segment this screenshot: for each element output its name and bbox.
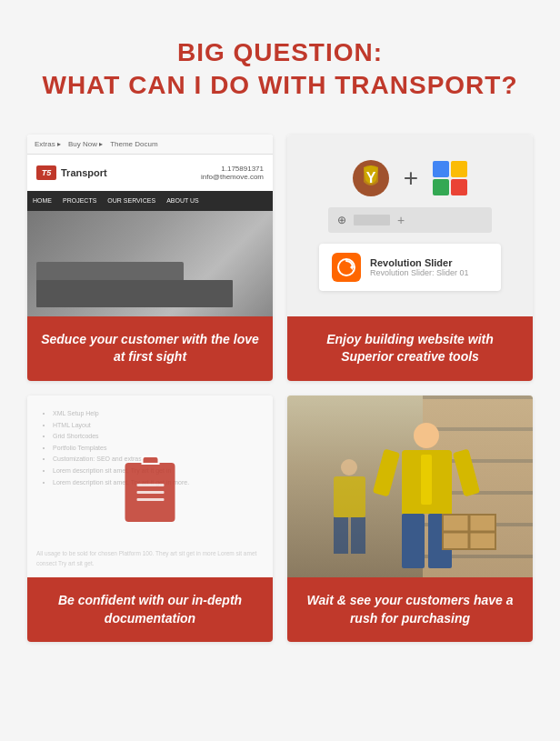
docs-mockup: XML Setup Help HTML Layout Grid Shortcod… [27, 396, 273, 577]
plus-icon: + [404, 164, 418, 193]
nav-services: OUR SERVICES [107, 197, 155, 204]
clipboard-body [125, 463, 175, 522]
revolution-sub: Revolution Slider: Slider 01 [370, 268, 469, 277]
docs-clipboard-icon [125, 463, 175, 522]
mock-topbar: Extras ▸ Buy Now ▸ Theme Docum [27, 135, 273, 155]
tools-move-row: ⊕ + [328, 207, 492, 233]
bg-leg-r [351, 517, 365, 554]
card-transport: Extras ▸ Buy Now ▸ Theme Docum T5 Transp… [27, 135, 273, 381]
svg-marker-3 [350, 265, 353, 270]
tools-icons-row: Y + [353, 160, 467, 196]
box [442, 514, 496, 550]
move-cross-icon: ⊕ [337, 214, 346, 226]
caption-text: Seduce your customer with the love at fi… [40, 331, 260, 366]
docs-list-item: Portfolio Templates [53, 443, 260, 455]
clipboard-line-3 [136, 498, 164, 501]
vest-stripe [421, 455, 432, 505]
caption-text: Be confident with our in-depth documenta… [40, 592, 260, 627]
card-docs-image: XML Setup Help HTML Layout Grid Shortcod… [27, 396, 273, 577]
caption-text: Enjoy building website with Superior cre… [300, 331, 520, 366]
yoast-icon: Y [353, 160, 389, 196]
mock-email: info@themove.com [201, 173, 264, 181]
leg-left [402, 514, 425, 568]
mock-logo: T5 Transport [36, 165, 107, 180]
topbar-buy: Buy Now ▸ [68, 140, 103, 148]
revolution-icon [332, 253, 361, 282]
svg-text:Y: Y [365, 170, 375, 185]
grid-cell-green [433, 179, 449, 195]
card-docs: XML Setup Help HTML Layout Grid Shortcod… [27, 396, 273, 642]
mock-logo-text: Transport [61, 167, 107, 178]
docs-text-bottom: All usage to be sold for chosen Platform… [36, 549, 264, 568]
revolution-card: Revolution Slider Revolution Slider: Sli… [319, 244, 501, 291]
card-warehouse-caption: Wait & see your customers have a rush fo… [287, 577, 533, 642]
card-docs-caption: Be confident with our in-depth documenta… [27, 577, 273, 642]
docs-list-item: HTML Layout [53, 420, 260, 432]
nav-about: ABOUT US [166, 197, 199, 204]
bg-body [334, 476, 365, 517]
mock-truck [27, 211, 273, 316]
mock-hero [27, 211, 273, 316]
card-transport-image: Extras ▸ Buy Now ▸ Theme Docum T5 Transp… [27, 135, 273, 316]
clipboard-top [141, 456, 159, 465]
mock-phone: 1.175891371 [201, 165, 264, 173]
small-plus-icon: + [397, 213, 405, 227]
clipboard-line-2 [136, 491, 164, 494]
logo-letter: T5 [42, 168, 52, 177]
card-warehouse-image [287, 396, 533, 577]
topbar-theme: Theme Docum [110, 140, 157, 148]
card-warehouse: Wait & see your customers have a rush fo… [287, 396, 533, 642]
title-line2: What Can I Do With Transport? [42, 71, 517, 99]
feature-grid: Extras ▸ Buy Now ▸ Theme Docum T5 Transp… [27, 135, 533, 642]
mock-nav: HOME PROJECTS OUR SERVICES ABOUT US [27, 191, 273, 211]
revolution-title: Revolution Slider [370, 257, 469, 268]
bg-legs [334, 517, 365, 554]
worker-body [402, 450, 452, 514]
transport-logo-icon: T5 [36, 165, 56, 180]
nav-projects: PROJECTS [63, 197, 96, 204]
nav-home: HOME [33, 197, 52, 204]
title-line1: Big Question: [177, 38, 383, 66]
box-stripe-v [467, 516, 470, 548]
card-tools-caption: Enjoy building website with Superior cre… [287, 316, 533, 381]
mock-contact: 1.175891371 info@themove.com [201, 165, 264, 181]
warehouse-scene [287, 396, 533, 577]
topbar-extras: Extras ▸ [35, 140, 61, 148]
text-line-icon [354, 215, 390, 225]
clipboard-line-1 [136, 484, 164, 486]
card-transport-caption: Seduce your customer with the love at fi… [27, 316, 273, 381]
grid-cell-red [451, 179, 467, 195]
revolution-svg [337, 258, 355, 276]
caption-text: Wait & see your customers have a rush fo… [300, 592, 520, 627]
card-tools: Y + ⊕ + [287, 135, 533, 381]
worker-bg-figure [325, 459, 375, 559]
docs-list-item: Grid Shortcodes [53, 431, 260, 443]
card-tools-image: Y + ⊕ + [287, 135, 533, 316]
transport-mockup: Extras ▸ Buy Now ▸ Theme Docum T5 Transp… [27, 135, 273, 316]
bg-leg-l [334, 517, 348, 554]
docs-list-item: XML Setup Help [53, 408, 260, 420]
revolution-text: Revolution Slider Revolution Slider: Sli… [370, 257, 469, 277]
grid-icon [433, 161, 467, 195]
grid-cell-blue [433, 161, 449, 177]
page-title: Big Question: What Can I Do With Transpo… [42, 36, 517, 103]
grid-cell-yellow [451, 161, 467, 177]
mock-header: T5 Transport 1.175891371 info@themove.co… [27, 155, 273, 191]
tools-mockup: Y + ⊕ + [287, 135, 533, 316]
bg-head [341, 459, 357, 476]
worker-head [414, 423, 439, 448]
worker-figure [385, 423, 467, 577]
